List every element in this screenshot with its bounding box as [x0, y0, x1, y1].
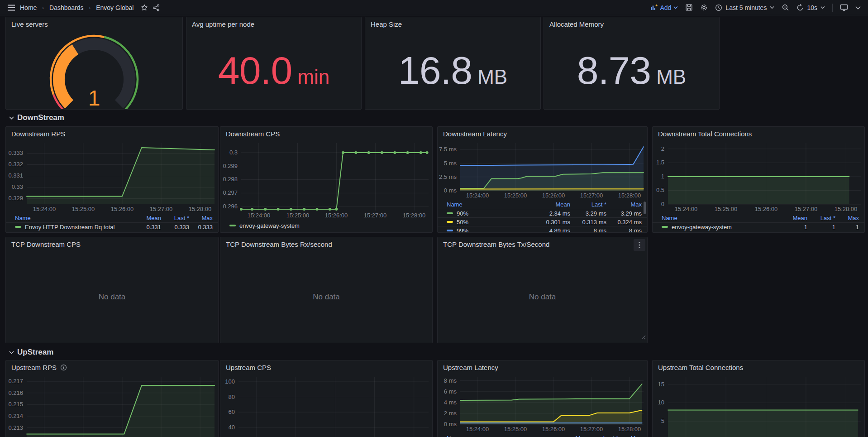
- legend-column-mean[interactable]: Mean: [534, 201, 570, 208]
- legend: NameMeanLast *Maxenvoy-gateway-system111: [653, 213, 864, 233]
- legend-item[interactable]: Envoy HTTP Downstream Rq total0.3310.333…: [6, 222, 218, 231]
- panel-title[interactable]: Upstream Total Connections: [653, 360, 864, 374]
- legend-label[interactable]: 50%: [457, 219, 468, 226]
- section-header-downstream[interactable]: DownStream: [9, 113, 64, 122]
- timeseries-chart[interactable]: 40608010015:24:0015:25:0015:26:0015:27:0…: [220, 374, 432, 437]
- panel-title[interactable]: Upstream RPS: [6, 360, 218, 374]
- zoom-out-time-icon[interactable]: [782, 4, 789, 11]
- panel-title[interactable]: Downstream Latency: [438, 127, 647, 140]
- x-tick-label: 15:27:00: [786, 206, 826, 213]
- legend-label[interactable]: 90%: [457, 210, 468, 217]
- breadcrumb-home[interactable]: Home: [20, 4, 37, 11]
- legend-scrollbar[interactable]: [644, 202, 646, 214]
- chevron-down-icon[interactable]: [855, 6, 861, 10]
- section-header-upstream[interactable]: UpStream: [9, 348, 53, 357]
- legend-label[interactable]: Envoy HTTP Downstream Rq total: [25, 224, 114, 231]
- x-tick-label: 15:28:00: [609, 426, 648, 433]
- legend-item[interactable]: 99%4.89 ms8 ms8 ms: [438, 226, 647, 233]
- legend-column-mean[interactable]: Mean: [558, 435, 590, 437]
- legend-swatch: [229, 225, 236, 226]
- legend-column-max[interactable]: Max: [835, 215, 859, 221]
- legend-column-name[interactable]: Name: [662, 215, 776, 221]
- panel-title[interactable]: Upstream CPS: [220, 360, 432, 374]
- legend-column-name[interactable]: Name: [15, 215, 129, 221]
- breadcrumb-separator: ›: [89, 5, 91, 10]
- panel-resize-handle[interactable]: [640, 334, 646, 342]
- stat-value: 40.0: [218, 51, 292, 90]
- panel-title[interactable]: TCP Downstream Bytes Rx/second: [220, 237, 432, 251]
- stat-unit: MB: [656, 67, 686, 87]
- timeseries-chart[interactable]: 00.511.5215:24:0015:25:0015:26:0015:27:0…: [653, 140, 864, 213]
- x-tick-label: 15:28:00: [609, 192, 648, 199]
- timeseries-chart[interactable]: 0 ms2 ms4 ms6 ms8 ms15:24:0015:25:0015:2…: [438, 374, 647, 433]
- y-tick-label: 0.215: [6, 401, 23, 408]
- panel-title[interactable]: TCP Downstream Bytes Tx/Second: [438, 237, 647, 251]
- stat-value-area: 40.0 min: [186, 31, 361, 109]
- legend-column-last[interactable]: Last *: [590, 435, 618, 437]
- panel-title[interactable]: Upstream Latency: [438, 360, 647, 374]
- top-navbar: Home › Dashboards › Envoy Global Add: [0, 0, 868, 15]
- legend-column-max[interactable]: Max: [189, 215, 213, 221]
- legend-value: 0.331: [129, 224, 161, 231]
- panel-title[interactable]: Downstream CPS: [220, 127, 432, 140]
- time-range-picker[interactable]: Last 5 minutes: [715, 4, 774, 11]
- legend-column-name[interactable]: Name: [447, 201, 534, 208]
- legend-column-mean[interactable]: Mean: [776, 215, 807, 221]
- timeseries-chart[interactable]: 0.3290.330.3310.3320.33315:24:0015:25:00…: [6, 140, 218, 213]
- legend-label[interactable]: 99%: [457, 227, 468, 233]
- legend-column-last[interactable]: Last *: [807, 215, 835, 221]
- refresh-picker[interactable]: 10s: [796, 4, 825, 11]
- panel-title[interactable]: Downstream Total Connections: [653, 127, 864, 140]
- legend-column-name[interactable]: Name: [447, 435, 558, 437]
- panel-title[interactable]: TCP Downstream CPS: [6, 237, 218, 251]
- legend-value: 0.301 ms: [534, 219, 570, 226]
- y-tick-label: 0.332: [6, 161, 23, 168]
- hamburger-menu-icon[interactable]: [7, 5, 15, 11]
- panel-title[interactable]: Allocated Memory: [544, 17, 719, 31]
- x-tick-label: 15:25:00: [63, 206, 104, 213]
- share-icon[interactable]: [153, 4, 160, 11]
- y-tick-label: 100: [220, 378, 235, 385]
- timeseries-chart[interactable]: 5101515:24:0015:25:0015:26:0015:27:0015:…: [653, 374, 864, 437]
- timeseries-chart[interactable]: 0.2960.2970.2980.2990.315:24:0015:25:001…: [220, 140, 432, 220]
- legend-item[interactable]: envoy-gateway-system111: [653, 222, 864, 231]
- timeseries-chart[interactable]: 0.2130.2140.2150.2160.21715:24:0015:25:0…: [6, 374, 218, 437]
- legend-column-last[interactable]: Last *: [161, 215, 189, 221]
- legend-label[interactable]: envoy-gateway-system: [239, 222, 300, 229]
- legend-item[interactable]: 90%2.34 ms3.29 ms3.29 ms: [438, 209, 647, 217]
- legend-item[interactable]: 50%0.301 ms0.313 ms0.324 ms: [438, 217, 647, 226]
- stat-unit: MB: [477, 67, 507, 87]
- legend-item[interactable]: envoy-gateway-system: [220, 220, 432, 231]
- legend-column-max[interactable]: Max: [606, 201, 642, 208]
- legend-label[interactable]: envoy-gateway-system: [672, 224, 732, 231]
- legend-column-max[interactable]: Max: [618, 435, 642, 437]
- panel-upstream-latency: Upstream Latency 0 ms2 ms4 ms6 ms8 ms15:…: [437, 360, 648, 437]
- legend: NameMeanLast *Max: [438, 433, 647, 437]
- timeseries-chart[interactable]: 0 ms2.5 ms5 ms7.5 ms15:24:0015:25:0015:2…: [438, 140, 647, 200]
- add-button[interactable]: Add: [650, 4, 678, 11]
- y-tick-label: 2: [653, 145, 664, 153]
- legend-swatch: [447, 212, 453, 214]
- stat-value-area: 16.8 MB: [365, 31, 540, 109]
- legend-swatch: [662, 226, 668, 228]
- panel-menu-kebab-icon[interactable]: [634, 239, 645, 251]
- panel-title[interactable]: Live servers: [6, 17, 182, 31]
- save-dashboard-icon[interactable]: [685, 4, 693, 11]
- x-tick-label: 15:24:00: [457, 192, 498, 199]
- panel-avg-uptime: Avg uptime per node 40.0 min: [186, 17, 362, 110]
- star-icon[interactable]: [141, 4, 148, 11]
- y-tick-label: 0.33: [6, 183, 23, 191]
- x-tick-label: 15:26:00: [533, 426, 574, 433]
- kiosk-monitor-icon[interactable]: [840, 4, 848, 11]
- breadcrumb-dashboards[interactable]: Dashboards: [49, 4, 84, 11]
- legend-swatch: [447, 221, 453, 223]
- legend-column-last[interactable]: Last *: [570, 201, 606, 208]
- breadcrumb-current[interactable]: Envoy Global: [96, 4, 134, 11]
- panel-title[interactable]: Heap Size: [365, 17, 540, 31]
- dashboard-settings-gear-icon[interactable]: [700, 4, 708, 11]
- legend-column-mean[interactable]: Mean: [129, 215, 161, 221]
- panel-title[interactable]: Downstream RPS: [6, 127, 218, 140]
- legend-header: NameMeanLast *Max: [6, 213, 218, 222]
- panel-title[interactable]: Avg uptime per node: [186, 17, 361, 31]
- x-tick-label: 15:27:00: [571, 426, 612, 433]
